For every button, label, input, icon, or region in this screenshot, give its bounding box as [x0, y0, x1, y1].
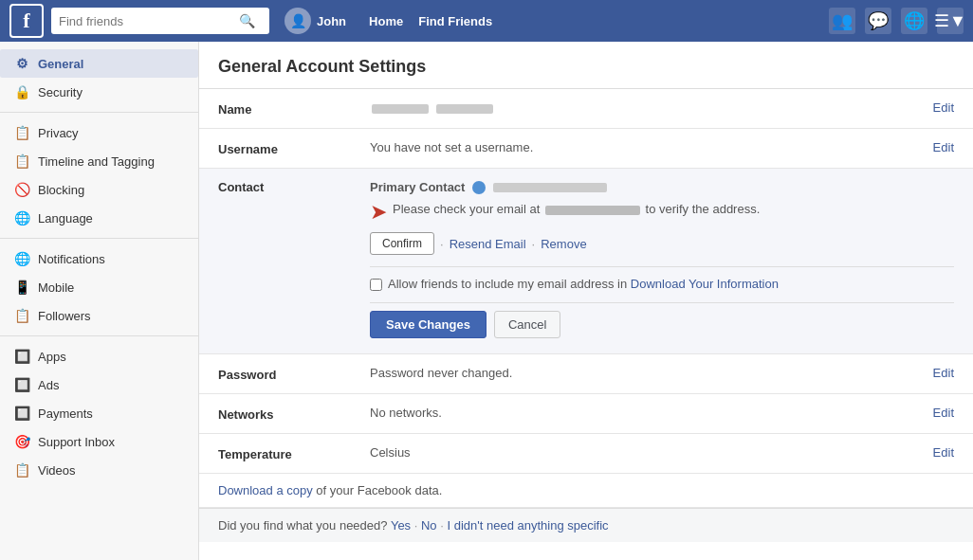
feedback-neither-link[interactable]: I didn't need anything specific: [447, 518, 608, 533]
facebook-logo[interactable]: f: [9, 4, 44, 38]
top-navigation: f 🔍 👤 John Home Find Friends 👥 💬 🌐 ☰▼: [0, 0, 973, 42]
sidebar-item-blocking-label: Blocking: [38, 183, 84, 197]
temperature-edit-link[interactable]: Edit: [933, 445, 954, 460]
avatar: 👤: [285, 8, 311, 34]
name-blur-2: [436, 104, 493, 114]
language-icon: 🌐: [13, 210, 30, 226]
friend-requests-icon[interactable]: 👥: [829, 8, 855, 34]
search-input[interactable]: [59, 14, 239, 28]
confirm-button[interactable]: Confirm: [370, 232, 434, 255]
sidebar-item-followers-label: Followers: [38, 309, 91, 323]
nav-icon-group: 👥 💬 🌐 ☰▼: [829, 8, 964, 34]
red-arrow-icon: ➤: [370, 200, 387, 225]
allow-row: Allow friends to include my email addres…: [370, 277, 954, 291]
save-changes-button[interactable]: Save Changes: [370, 311, 486, 338]
sidebar-item-notifications[interactable]: 🌐 Notifications: [0, 244, 198, 273]
messages-icon[interactable]: 💬: [865, 8, 891, 34]
download-your-info-link[interactable]: Download Your Information: [631, 277, 779, 291]
ads-icon: 🔲: [13, 377, 30, 392]
account-menu-icon[interactable]: ☰▼: [937, 8, 964, 34]
sidebar-item-security-label: Security: [38, 85, 83, 99]
apps-icon: 🔲: [13, 349, 30, 364]
content-area: General Account Settings Name Edit Use: [199, 42, 973, 560]
mobile-icon: 📱: [13, 280, 30, 295]
allow-divider: [370, 302, 954, 303]
sidebar-item-timeline-label: Timeline and Tagging: [38, 154, 155, 169]
password-row: Password Password never changed. Edit: [199, 354, 973, 394]
timeline-icon: 📋: [13, 154, 30, 169]
main-layout: ⚙ General 🔒 Security 📋 Privacy 📋 Timelin…: [0, 42, 973, 560]
payments-icon: 🔲: [13, 406, 30, 421]
sidebar-item-mobile-label: Mobile: [38, 280, 74, 295]
feedback-yes-link[interactable]: Yes: [391, 518, 411, 533]
sidebar-item-videos-label: Videos: [38, 463, 76, 478]
sidebar-item-general[interactable]: ⚙ General: [0, 49, 198, 78]
name-edit-link[interactable]: Edit: [933, 100, 954, 115]
page-title: General Account Settings: [199, 42, 973, 89]
sidebar-item-language[interactable]: 🌐 Language: [0, 204, 198, 232]
name-label: Name: [199, 89, 351, 129]
temperature-label: Temperature: [199, 434, 351, 474]
sidebar-item-support[interactable]: 🎯 Support Inbox: [0, 427, 198, 456]
nav-home-link[interactable]: Home: [369, 14, 403, 28]
videos-icon: 📋: [13, 462, 30, 478]
sidebar-item-privacy[interactable]: 📋 Privacy: [0, 118, 198, 147]
resend-email-link[interactable]: Resend Email: [450, 237, 526, 251]
username-label: Username: [199, 129, 351, 169]
sidebar-item-apps-label: Apps: [38, 350, 66, 364]
nav-find-friends-link[interactable]: Find Friends: [418, 14, 492, 28]
sidebar-item-blocking[interactable]: 🚫 Blocking: [0, 175, 198, 204]
remove-link[interactable]: Remove: [541, 237, 586, 251]
username-value: You have not set a username.: [351, 129, 897, 169]
sidebar-item-videos[interactable]: 📋 Videos: [0, 456, 198, 484]
sidebar-divider-1: [0, 112, 198, 113]
sidebar-item-followers[interactable]: 📋 Followers: [0, 301, 198, 330]
privacy-icon: 📋: [13, 125, 30, 140]
sidebar-item-ads-label: Ads: [38, 378, 59, 392]
blue-dot-icon: [472, 181, 486, 194]
networks-edit-cell: Edit: [897, 394, 973, 434]
sidebar-item-mobile[interactable]: 📱 Mobile: [0, 273, 198, 301]
sidebar-divider-2: [0, 238, 198, 239]
contact-email-blur: [493, 183, 607, 192]
primary-contact-label: Primary Contact: [370, 180, 465, 194]
sidebar-item-general-label: General: [38, 57, 83, 71]
sidebar-item-security[interactable]: 🔒 Security: [0, 78, 198, 106]
contact-divider: [370, 266, 954, 267]
sidebar-item-language-label: Language: [38, 211, 93, 226]
cancel-button[interactable]: Cancel: [494, 311, 560, 338]
allow-email-checkbox[interactable]: [370, 279, 382, 291]
search-bar: 🔍: [51, 8, 269, 34]
download-copy-link[interactable]: Download a copy: [218, 483, 313, 497]
sidebar-item-timeline[interactable]: 📋 Timeline and Tagging: [0, 147, 198, 175]
support-icon: 🎯: [13, 434, 30, 449]
sidebar-item-ads[interactable]: 🔲 Ads: [0, 370, 198, 399]
blocking-icon: 🚫: [13, 182, 30, 197]
networks-value: No networks.: [351, 394, 897, 434]
lock-icon: 🔒: [13, 84, 30, 99]
nav-username: John: [317, 14, 346, 28]
sidebar-item-payments[interactable]: 🔲 Payments: [0, 399, 198, 427]
username-edit-link[interactable]: Edit: [933, 140, 954, 154]
password-edit-link[interactable]: Edit: [933, 366, 954, 380]
verify-section: ➤ Please check your email at to verify t…: [370, 202, 954, 225]
networks-label: Networks: [199, 394, 351, 434]
search-icon: 🔍: [239, 13, 255, 28]
password-label: Password: [199, 354, 351, 394]
name-blur-1: [372, 104, 429, 114]
feedback-row: Did you find what you needed? Yes · No ·…: [199, 508, 973, 542]
networks-edit-link[interactable]: Edit: [933, 406, 954, 420]
verify-text: Please check your email at to verify the…: [393, 202, 760, 216]
feedback-no-link[interactable]: No: [421, 518, 437, 533]
allow-section: Allow friends to include my email addres…: [370, 277, 954, 291]
confirm-row: Confirm · Resend Email · Remove: [370, 232, 954, 255]
nav-links: Home Find Friends: [369, 14, 492, 28]
globe-icon[interactable]: 🌐: [901, 8, 927, 34]
contact-value: Primary Contact ➤ Please check your emai…: [351, 169, 973, 354]
name-value: [351, 89, 897, 129]
contact-label: Contact: [199, 169, 351, 354]
name-row: Name Edit: [199, 89, 973, 129]
sidebar-item-apps[interactable]: 🔲 Apps: [0, 342, 198, 370]
primary-contact-line: Primary Contact: [370, 180, 954, 194]
sidebar-item-payments-label: Payments: [38, 406, 93, 421]
